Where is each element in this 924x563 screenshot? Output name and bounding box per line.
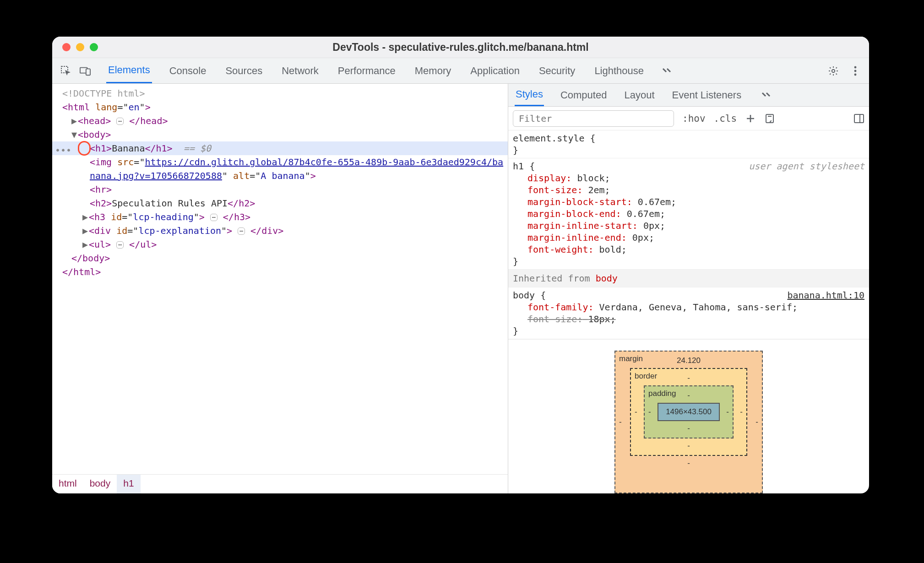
elements-panel: ••• <!DOCTYPE html> <html lang="en"> ▶<h… bbox=[52, 84, 508, 493]
dom-node-selected[interactable]: <h1>Banana</h1> == $0 bbox=[52, 141, 508, 155]
toggle-sidebar-icon[interactable] bbox=[853, 113, 864, 124]
svg-rect-2 bbox=[86, 69, 90, 75]
bm-padding-right: - bbox=[726, 407, 729, 417]
settings-icon[interactable] bbox=[828, 65, 839, 76]
tab-network[interactable]: Network bbox=[280, 59, 321, 83]
device-toolbar-icon[interactable] bbox=[80, 65, 91, 76]
dom-node[interactable]: <!DOCTYPE html> bbox=[52, 87, 508, 100]
crumb-body[interactable]: body bbox=[83, 475, 117, 493]
zoom-window-button[interactable] bbox=[90, 43, 98, 51]
new-style-rule-icon[interactable] bbox=[745, 113, 756, 124]
tab-lighthouse[interactable]: Lighthouse bbox=[592, 59, 646, 83]
bm-margin-right: - bbox=[756, 417, 758, 427]
inherited-header: Inherited from body bbox=[508, 270, 869, 287]
svg-point-3 bbox=[832, 69, 835, 72]
dom-node[interactable]: ▼<body> bbox=[52, 128, 508, 141]
bm-padding-label: padding bbox=[648, 389, 676, 398]
bm-border-label: border bbox=[635, 372, 657, 381]
tab-security[interactable]: Security bbox=[537, 59, 577, 83]
bm-margin-top: 24.120 bbox=[630, 356, 747, 365]
tab-event-listeners[interactable]: Event Listeners bbox=[671, 85, 743, 106]
minimize-window-button[interactable] bbox=[76, 43, 84, 51]
bm-border-top: - bbox=[644, 374, 734, 383]
tab-styles[interactable]: Styles bbox=[515, 84, 544, 106]
crumb-h1[interactable]: h1 bbox=[117, 475, 140, 493]
main-tabbar: Elements Console Sources Network Perform… bbox=[52, 58, 869, 84]
dom-node[interactable]: <hr> bbox=[52, 183, 508, 196]
tab-sources[interactable]: Sources bbox=[223, 59, 264, 83]
bm-border-bottom: - bbox=[644, 441, 734, 450]
traffic-lights bbox=[52, 43, 98, 51]
tab-application[interactable]: Application bbox=[468, 59, 522, 83]
more-tabs-icon[interactable] bbox=[661, 65, 672, 76]
dom-node[interactable]: <html lang="en"> bbox=[52, 100, 508, 114]
bm-border-right: - bbox=[740, 407, 743, 417]
more-tabs-icon[interactable] bbox=[761, 90, 772, 101]
window-title: DevTools - speculative-rules.glitch.me/b… bbox=[52, 41, 869, 54]
dom-node[interactable]: </body> bbox=[52, 251, 508, 265]
computed-styles-icon[interactable] bbox=[764, 113, 775, 124]
svg-point-4 bbox=[854, 66, 857, 68]
row-actions-icon[interactable]: ••• bbox=[55, 143, 71, 157]
dom-node[interactable]: <img src="https://cdn.glitch.global/87b4… bbox=[52, 155, 508, 169]
styles-filter-input[interactable] bbox=[513, 110, 674, 127]
tab-layout[interactable]: Layout bbox=[623, 85, 655, 106]
titlebar: DevTools - speculative-rules.glitch.me/b… bbox=[52, 37, 869, 58]
styles-toolbar: :hov .cls bbox=[508, 107, 869, 130]
tab-elements[interactable]: Elements bbox=[106, 58, 152, 83]
dom-node[interactable]: <h2>Speculation Rules API</h2> bbox=[52, 196, 508, 210]
svg-rect-8 bbox=[854, 114, 864, 123]
toggle-cls-button[interactable]: .cls bbox=[714, 113, 737, 124]
rule-body[interactable]: banana.html:10 body { font-family: Verda… bbox=[508, 287, 869, 339]
rule-h1[interactable]: user agent stylesheet h1 { display: bloc… bbox=[508, 158, 869, 270]
svg-point-5 bbox=[854, 70, 857, 72]
inspect-element-icon[interactable] bbox=[60, 65, 71, 76]
tab-performance[interactable]: Performance bbox=[336, 59, 397, 83]
toggle-hov-button[interactable]: :hov bbox=[682, 113, 706, 124]
dom-node[interactable]: ▶<h3 id="lcp-heading"> ⋯ </h3> bbox=[52, 210, 508, 224]
rule-element-style[interactable]: element.style { } bbox=[508, 130, 869, 158]
bm-margin-left: - bbox=[619, 417, 622, 427]
dom-node[interactable]: ▶<ul> ⋯ </ul> bbox=[52, 238, 508, 251]
bm-border-left: - bbox=[635, 407, 637, 417]
tab-console[interactable]: Console bbox=[168, 59, 208, 83]
dom-node[interactable]: </html> bbox=[52, 265, 508, 279]
dom-node[interactable]: ▶<div id="lcp-explanation"> ⋯ </div> bbox=[52, 224, 508, 238]
svg-point-6 bbox=[854, 73, 857, 76]
styles-rules: element.style { } user agent stylesheet … bbox=[508, 130, 869, 339]
bm-margin-bottom: - bbox=[630, 459, 747, 468]
source-link[interactable]: banana.html:10 bbox=[787, 289, 864, 301]
dom-node[interactable]: nana.jpg?v=1705668720588" alt="A banana"… bbox=[52, 169, 508, 183]
breadcrumb: html body h1 bbox=[52, 474, 508, 493]
ua-stylesheet-label: user agent stylesheet bbox=[749, 160, 864, 172]
styles-tabbar: Styles Computed Layout Event Listeners bbox=[508, 84, 869, 107]
styles-panel: Styles Computed Layout Event Listeners :… bbox=[508, 84, 869, 493]
tab-memory[interactable]: Memory bbox=[413, 59, 453, 83]
bm-content: 1496×43.500 bbox=[658, 403, 720, 421]
bm-padding-left: - bbox=[648, 407, 651, 417]
tab-computed[interactable]: Computed bbox=[560, 85, 608, 106]
close-window-button[interactable] bbox=[62, 43, 71, 51]
bm-padding-bottom: - bbox=[658, 424, 720, 433]
bm-margin-label: margin bbox=[619, 354, 643, 363]
dom-tree[interactable]: ••• <!DOCTYPE html> <html lang="en"> ▶<h… bbox=[52, 84, 508, 474]
crumb-html[interactable]: html bbox=[52, 475, 83, 493]
dom-node[interactable]: ▶<head> ⋯ </head> bbox=[52, 114, 508, 128]
devtools-window: DevTools - speculative-rules.glitch.me/b… bbox=[52, 37, 869, 493]
box-model[interactable]: margin 24.120 - - border - - - padding - bbox=[508, 339, 869, 493]
kebab-menu-icon[interactable] bbox=[850, 65, 861, 76]
